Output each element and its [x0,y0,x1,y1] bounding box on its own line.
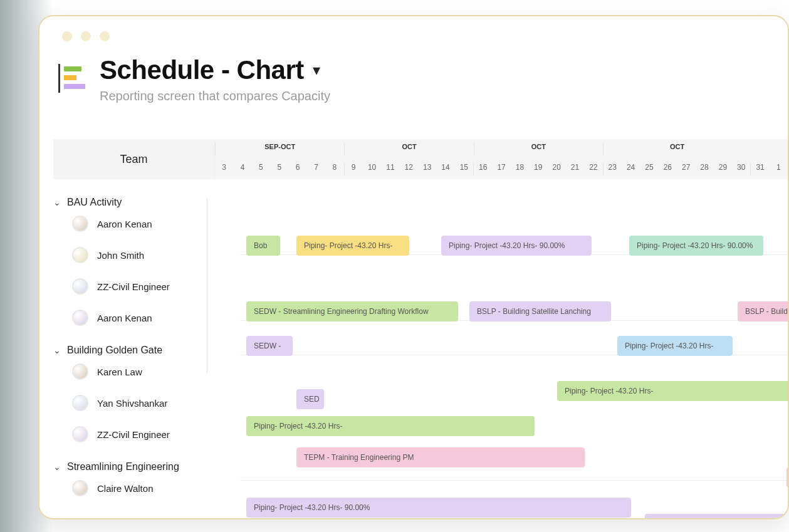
team-sidebar: ⌄BAU ActivityAaron KenanJohn SmithZZ-Civ… [53,185,215,518]
team-member-row[interactable]: Aaron Kenan [53,208,215,239]
avatar [72,216,88,232]
avatar [72,310,88,326]
group-name: BAU Activity [67,197,122,208]
window-controls [62,31,110,41]
window-dot[interactable] [100,31,110,41]
day-label: 23 [603,163,622,175]
day-label: 28 [695,163,713,175]
gantt-bar[interactable]: Piping- Project -43.20 Hrs- 90.00% [441,236,592,256]
member-name: ZZ-Civil Engineer [97,429,170,440]
day-label: 26 [659,163,677,175]
member-name: ZZ-Civil Engineer [97,281,170,292]
gantt-bar[interactable]: Piping- Project -43.20 Hrs- [296,236,409,256]
team-member-row[interactable]: ZZ-Civil Engineer [53,419,215,450]
page-title: Schedule - Chart [100,55,304,85]
day-label: 27 [677,163,695,175]
team-column-header: Team [53,139,215,179]
day-label: 11 [381,163,399,175]
month-label: OCT [603,143,751,155]
day-label: 9 [344,163,363,175]
member-name: Aaron Kenan [97,219,152,229]
gantt-bar[interactable]: SEDW - [246,336,293,356]
schedule-chart-icon [58,64,87,93]
gantt-chart[interactable]: BobPiping- Project -43.20 Hrs-Piping- Pr… [215,185,788,518]
gantt-bar[interactable]: Piping- Project -43.20 Hrs- [617,336,733,356]
group-toggle[interactable]: ⌄Streamlining Engineering [53,461,215,472]
gantt-bar[interactable]: Bob [246,236,280,256]
team-member-row[interactable]: ZZ-Civil Engineer [53,271,215,302]
team-member-row[interactable]: Aaron Kenan [53,302,215,333]
month-label: SEP-OCT [215,143,344,155]
chevron-down-icon: ⌄ [53,462,61,472]
gantt-bar[interactable]: Piping- Project -43.20 Hrs- [246,416,535,436]
day-label: 1 [770,163,788,175]
gantt-bar[interactable]: SEDW - St [786,467,788,488]
page-header: Schedule - Chart ▾ Reporting screen that… [58,55,788,103]
month-label: OCT [344,143,473,155]
gantt-bar[interactable]: Piping- Project -43.20 Hrs- [645,514,788,518]
chevron-down-icon: ⌄ [53,345,61,355]
avatar [72,278,88,295]
member-name: Aaron Kenan [97,313,152,323]
gantt-bar[interactable]: Piping- Project -43.20 Hrs- [557,381,788,401]
day-label: 12 [400,163,418,175]
day-label: 29 [714,163,732,175]
day-label: 31 [750,163,769,175]
team-member-row[interactable]: John Smith [53,239,215,271]
avatar [72,426,88,442]
day-label: 19 [529,163,547,175]
day-label: 20 [547,163,565,175]
day-label: 24 [622,163,640,175]
month-label: OCT [474,143,603,155]
window-dot[interactable] [62,31,72,41]
gantt-bar[interactable]: BSLP - Building Satellite [738,301,788,321]
date-header: SEP-OCTOCTOCTOCT 34556789101112131415161… [215,139,788,179]
gantt-bar[interactable]: SEDW - Streamlining Engineering Drafting… [246,301,458,321]
chevron-down-icon: ⌄ [53,197,61,207]
member-name: Karen Law [97,367,142,377]
gantt-bar[interactable]: TEPM - Training Engineering PM [296,447,585,467]
team-member-row[interactable]: Claire Walton [53,472,215,504]
team-member-row[interactable]: Yan Shivshankar [53,387,215,419]
day-label: 25 [640,163,658,175]
gantt-bar[interactable]: BSLP - Building Satellite Lanching [469,301,611,321]
row-separator [240,480,788,481]
gantt-bar[interactable]: SED [296,389,324,409]
page-subtitle: Reporting screen that compares Capacity [100,89,330,103]
day-label: 18 [511,163,529,175]
group-name: Building Golden Gate [67,345,162,356]
member-name: Claire Walton [97,483,153,494]
day-label: 5 [270,163,288,175]
member-name: John Smith [97,250,144,261]
avatar [72,480,88,496]
day-label: 30 [732,163,750,175]
window-dot[interactable] [81,31,91,41]
day-label: 15 [455,163,473,175]
day-label: 14 [436,163,454,175]
day-label: 17 [492,163,510,175]
day-label: 13 [418,163,436,175]
day-label: 4 [233,163,251,175]
day-label: 21 [566,163,584,175]
app-window: Schedule - Chart ▾ Reporting screen that… [38,15,789,519]
group-toggle[interactable]: ⌄Building Golden Gate [53,345,215,356]
day-label: 6 [288,163,306,175]
day-label: 22 [584,163,602,175]
timeline-header: Team SEP-OCTOCTOCTOCT 345567891011121314… [53,139,788,179]
day-label: 5 [252,163,270,175]
gantt-bar[interactable]: Piping- Project -43.20 Hrs- 90.00% [246,498,631,518]
avatar [72,363,88,380]
member-name: Yan Shivshankar [97,398,167,409]
day-label: 8 [325,163,343,175]
team-member-row[interactable]: Karen Law [53,356,215,387]
avatar [72,247,88,263]
group-name: Streamlining Engineering [67,461,179,472]
day-label: 3 [215,163,233,175]
day-label: 7 [307,163,325,175]
day-label: 10 [363,163,381,175]
group-toggle[interactable]: ⌄BAU Activity [53,197,215,208]
title-dropdown-caret-icon[interactable]: ▾ [313,61,320,79]
day-label: 16 [473,163,492,175]
gantt-bar[interactable]: Piping- Project -43.20 Hrs- 90.00% [629,236,763,256]
avatar [72,395,88,411]
